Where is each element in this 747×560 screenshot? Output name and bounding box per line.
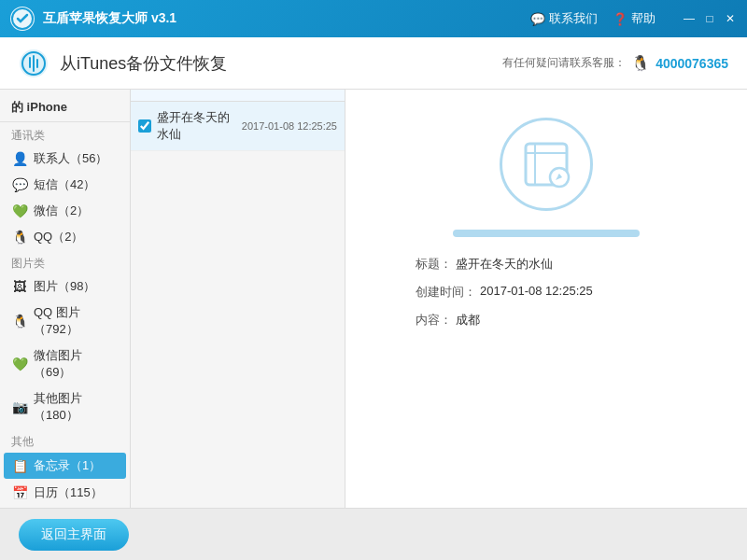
category-title-photos: 图片类 xyxy=(0,250,130,273)
camera-icon: 📷 xyxy=(11,399,28,415)
sidebar-item-photos[interactable]: 🖼 图片（98） xyxy=(0,273,130,300)
created-label: 创建时间： xyxy=(416,284,476,301)
maximize-button[interactable]: □ xyxy=(702,11,717,26)
content-label: 内容： xyxy=(416,312,452,329)
qq-photo-icon: 🐧 xyxy=(11,313,28,329)
list-item-date: 2017-01-08 12:25:25 xyxy=(242,120,337,132)
sms-icon: 💬 xyxy=(11,176,28,193)
title-label: 标题： xyxy=(416,256,452,273)
contact-link[interactable]: 💬 联系我们 xyxy=(530,10,598,27)
footer: 返回主界面 xyxy=(0,508,747,560)
detail-bar xyxy=(453,230,640,237)
title-value: 盛开在冬天的水仙 xyxy=(456,256,553,273)
app-logo xyxy=(9,6,35,32)
detail-panel: 标题： 盛开在冬天的水仙 创建时间： 2017-01-08 12:25:25 内… xyxy=(345,90,747,508)
support-avatar: 🐧 xyxy=(631,54,650,72)
list-item-title: 盛开在冬天的水仙 xyxy=(157,109,236,143)
wechat-icon: 💚 xyxy=(11,203,28,219)
support-info: 有任何疑问请联系客服： 🐧 4000076365 xyxy=(502,54,728,72)
qq-icon: 🐧 xyxy=(11,229,28,245)
chat-icon: 💬 xyxy=(530,12,545,26)
notes-icon: 📋 xyxy=(11,457,28,474)
list-item-checkbox[interactable] xyxy=(138,119,151,133)
sidebar-item-qq-photos[interactable]: 🐧 QQ 图片（792） xyxy=(0,300,130,343)
sidebar-device: 的 iPhone xyxy=(0,90,130,122)
help-link[interactable]: ❓ 帮助 xyxy=(613,10,655,27)
contacts-icon: 👤 xyxy=(11,150,28,167)
title-bar-actions: 💬 联系我们 ❓ 帮助 — □ ✕ xyxy=(530,10,738,27)
sidebar-item-sms[interactable]: 💬 短信（42） xyxy=(0,172,130,198)
category-title-other: 其他 xyxy=(0,428,130,452)
help-icon: ❓ xyxy=(613,12,627,26)
back-button[interactable]: 返回主界面 xyxy=(19,519,129,551)
sidebar-item-reminders[interactable]: 📌 提醒事项（14） xyxy=(0,506,130,508)
photo-icon: 🖼 xyxy=(11,278,28,295)
sidebar-item-contacts[interactable]: 👤 联系人（56） xyxy=(0,146,130,172)
category-title-communication: 通讯类 xyxy=(0,122,130,146)
created-value: 2017-01-08 12:25:25 xyxy=(480,284,593,301)
detail-content-row: 内容： 成都 xyxy=(416,312,677,329)
wechat-photo-icon: 💚 xyxy=(11,356,28,372)
sidebar-item-notes[interactable]: 📋 备忘录（1） xyxy=(4,453,126,479)
detail-info: 标题： 盛开在冬天的水仙 创建时间： 2017-01-08 12:25:25 内… xyxy=(416,256,677,329)
itunes-icon xyxy=(19,49,49,78)
page-title: 从iTunes备份文件恢复 xyxy=(60,52,502,75)
detail-icon-container xyxy=(500,118,593,211)
list-panel: 盛开在冬天的水仙 2017-01-08 12:25:25 xyxy=(131,90,345,508)
sidebar-item-wechat[interactable]: 💚 微信（2） xyxy=(0,198,130,224)
sidebar-item-qq[interactable]: 🐧 QQ（2） xyxy=(0,224,130,250)
middle-area: 盛开在冬天的水仙 2017-01-08 12:25:25 xyxy=(131,90,747,508)
minimize-button[interactable]: — xyxy=(682,11,697,26)
sub-header: 从iTunes备份文件恢复 有任何疑问请联系客服： 🐧 4000076365 xyxy=(0,37,747,90)
note-icon xyxy=(518,136,574,192)
title-bar: 互盾苹果恢复大师 v3.1 💬 联系我们 ❓ 帮助 — □ ✕ xyxy=(0,0,747,37)
window-controls: — □ ✕ xyxy=(682,11,738,26)
calendar-icon: 📅 xyxy=(11,484,28,501)
app-title: 互盾苹果恢复大师 v3.1 xyxy=(43,10,530,27)
support-phone: 4000076365 xyxy=(655,56,728,71)
detail-created-row: 创建时间： 2017-01-08 12:25:25 xyxy=(416,284,677,301)
list-item[interactable]: 盛开在冬天的水仙 2017-01-08 12:25:25 xyxy=(131,102,345,151)
sidebar-item-wechat-photos[interactable]: 💚 微信图片（69） xyxy=(0,343,130,385)
close-button[interactable]: ✕ xyxy=(723,11,738,26)
sidebar-item-calendar[interactable]: 📅 日历（115） xyxy=(0,480,130,506)
support-text: 有任何疑问请联系客服： xyxy=(502,55,626,71)
detail-title-row: 标题： 盛开在冬天的水仙 xyxy=(416,256,677,273)
list-header xyxy=(131,90,345,102)
sidebar-item-other-photos[interactable]: 📷 其他图片（180） xyxy=(0,385,130,428)
main-content: 的 iPhone 通讯类 👤 联系人（56） 💬 短信（42） 💚 微信（2） … xyxy=(0,90,747,508)
content-value: 成都 xyxy=(456,312,480,329)
sidebar: 的 iPhone 通讯类 👤 联系人（56） 💬 短信（42） 💚 微信（2） … xyxy=(0,90,131,508)
